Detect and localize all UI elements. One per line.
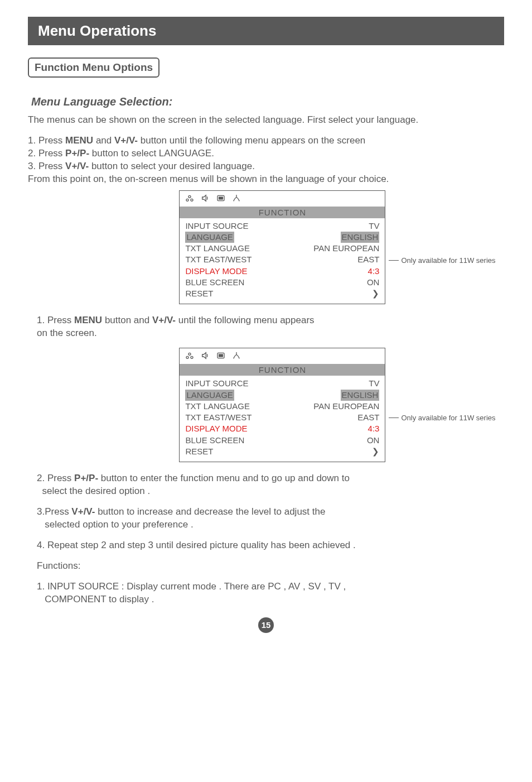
osd-row: TXT LANGUAGEPAN EUROPEAN [185, 243, 379, 254]
func-text: 1. INPUT SOURCE : Display current mode .… [37, 581, 346, 592]
osd-value: TV [369, 220, 379, 232]
kw-vplusminus: V+/V- [114, 135, 138, 146]
osd-value: TV [369, 378, 379, 389]
osd-row: TXT LANGUAGEPAN EUROPEAN [185, 401, 379, 412]
osd-header: FUNCTION [180, 207, 385, 218]
step-text: button to select your desired language. [89, 161, 255, 171]
picture-icon [185, 351, 194, 362]
osd-header: FUNCTION [180, 364, 385, 376]
osd-row: INPUT SOURCETV [185, 378, 379, 389]
svg-point-2 [191, 199, 193, 201]
osd-value: EAST [357, 254, 379, 265]
step-text: select the desired option . [42, 486, 150, 496]
kw-vplusminus: V+/V- [152, 315, 176, 325]
osd-label: BLUE SCREEN [185, 277, 244, 288]
kw-pplusminus: P+/P- [65, 148, 89, 159]
function-item-1: 1. INPUT SOURCE : Display current mode .… [37, 580, 504, 606]
kw-vplusminus: V+/V- [71, 506, 95, 517]
step-text: button until the following menu appears … [138, 135, 365, 146]
svg-rect-4 [219, 196, 223, 199]
callout-2: Only available for 11W series [389, 414, 495, 422]
osd-row: LANGUAGEENGLISH [185, 232, 379, 243]
step-text: 1. Press [28, 135, 65, 146]
step-text: on the screen. [37, 328, 97, 338]
osd-menu-2: FUNCTION INPUT SOURCETV LANGUAGEENGLISH … [179, 348, 385, 462]
osd-label: RESET [185, 288, 213, 299]
picture-icon [185, 194, 194, 205]
step-text: and [93, 135, 114, 146]
osd-label: TXT LANGUAGE [185, 401, 250, 412]
osd-body-2: INPUT SOURCETV LANGUAGEENGLISH TXT LANGU… [180, 376, 385, 462]
osd-label: TXT EAST/WEST [185, 412, 252, 423]
kw-menu: MENU [65, 135, 93, 146]
intro-text: The menus can be shown on the screen in … [28, 114, 504, 127]
osd-label: LANGUAGE [185, 390, 234, 401]
step-text: 3.Press [37, 506, 71, 517]
osd-arrow-icon: ❯ [372, 288, 379, 299]
svg-point-1 [186, 199, 188, 201]
osd-value: ON [367, 435, 380, 446]
step-text: 1. Press [37, 315, 74, 325]
callout-text: Only available for 11W series [401, 256, 495, 265]
osd-body-1: INPUT SOURCETV LANGUAGEENGLISH TXT LANGU… [180, 218, 385, 304]
osd-row: BLUE SCREENON [185, 277, 379, 288]
section-heading: Menu Language Selection: [31, 95, 504, 108]
kw-menu: MENU [74, 315, 102, 325]
page-number: 15 [258, 617, 274, 633]
step-text: until the following menu appears [176, 315, 315, 325]
svg-point-0 [188, 195, 191, 198]
subtitle-box: Function Menu Options [28, 57, 159, 78]
osd-label: INPUT SOURCE [185, 378, 248, 389]
osd-label: BLUE SCREEN [185, 435, 244, 446]
page-title: Menu Operations [28, 17, 504, 45]
osd-value: EAST [357, 412, 379, 423]
step-text: button to select LANGUAGE. [89, 148, 214, 159]
callout-text: Only available for 11W series [401, 414, 495, 422]
osd-arrow-icon: ❯ [372, 446, 379, 457]
osd-value: PAN EUROPEAN [313, 401, 379, 412]
step-text: button to enter the function menu and to… [98, 473, 350, 483]
func-text: COMPONENT to display . [45, 594, 154, 605]
svg-point-5 [188, 353, 191, 356]
kw-pplusminus: P+/P- [74, 473, 98, 483]
step-text: button and [102, 315, 152, 325]
step-tail: From this point on, the on-screen menus … [28, 174, 389, 184]
post-step-3: 3.Press V+/V- button to increase and dec… [37, 506, 504, 531]
step-text: 2. Press [28, 148, 65, 159]
post-step-2: 2. Press P+/P- button to enter the funct… [37, 472, 504, 498]
osd-label: TXT EAST/WEST [185, 254, 252, 265]
osd-row: RESET❯ [185, 288, 379, 299]
sound-icon [201, 194, 210, 205]
osd-row: RESET❯ [185, 446, 379, 457]
callout-line [389, 418, 399, 418]
osd-menu-2-wrap: FUNCTION INPUT SOURCETV LANGUAGEENGLISH … [28, 348, 504, 462]
osd-tab-icons [180, 348, 385, 364]
sound-icon [201, 351, 210, 362]
tuning-icon [232, 351, 241, 362]
function-icon [216, 194, 225, 205]
osd-label: DISPLAY MODE [185, 423, 247, 434]
callout-line [389, 260, 399, 261]
osd-row: BLUE SCREENON [185, 435, 379, 446]
kw-vplusminus: V+/V- [65, 161, 89, 171]
callout-1: Only available for 11W series [389, 256, 495, 265]
osd-tab-icons [180, 191, 385, 207]
osd-label: RESET [185, 446, 213, 457]
osd-row: LANGUAGEENGLISH [185, 390, 379, 401]
post-step-4: 4. Repeat step 2 and step 3 until desire… [37, 539, 504, 552]
functions-heading: Functions: [37, 560, 504, 573]
osd-label: INPUT SOURCE [185, 220, 248, 232]
osd-value: ON [367, 277, 380, 288]
osd-row: INPUT SOURCETV [185, 220, 379, 232]
step-text: selected option to your preference . [45, 519, 194, 530]
osd-label: DISPLAY MODE [185, 266, 247, 277]
osd-row: TXT EAST/WESTEAST [185, 412, 379, 423]
osd-value: ENGLISH [341, 390, 380, 401]
osd-row: DISPLAY MODE4:3 [185, 423, 379, 434]
svg-point-7 [191, 357, 193, 359]
osd-value: ENGLISH [341, 232, 380, 243]
step-text: 3. Press [28, 161, 65, 171]
osd-row: DISPLAY MODE4:3 [185, 266, 379, 277]
osd-menu-1-wrap: FUNCTION INPUT SOURCETV LANGUAGEENGLISH … [28, 190, 504, 305]
function-icon [216, 351, 225, 362]
